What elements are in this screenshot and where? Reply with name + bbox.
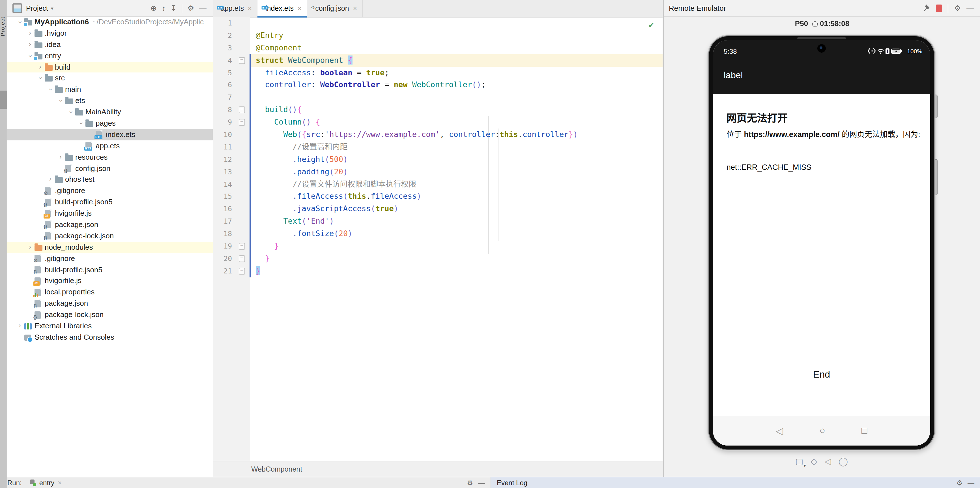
tree-item-package-lock-json[interactable]: ›{}package-lock.json	[7, 230, 213, 242]
tree-item-mainability[interactable]: ›MainAbility	[7, 107, 213, 118]
code-line-15[interactable]: 15 .fileAccess(this.fileAccess)	[213, 190, 663, 203]
breadcrumb-item[interactable]: WebComponent	[251, 465, 302, 473]
tree-toggle-icon[interactable]: ›	[45, 85, 56, 94]
code-line-4[interactable]: 4−struct WebComponent {	[213, 54, 663, 67]
gear-icon[interactable]: ⚙	[956, 479, 963, 487]
gear-icon[interactable]: ⚙	[954, 4, 961, 13]
tree-toggle-icon[interactable]: ›	[56, 152, 65, 163]
event-log-label[interactable]: Event Log	[497, 479, 527, 487]
fold-marker-icon[interactable]: −	[239, 107, 245, 113]
run-config-icon[interactable]	[30, 480, 37, 486]
code-line-16[interactable]: 16 .javaScriptAccess(true)	[213, 203, 663, 215]
locate-file-icon[interactable]: ⊕	[151, 4, 157, 13]
tree-item-package-lock-json[interactable]: ›{}package-lock.json	[7, 309, 213, 321]
code-line-12[interactable]: 12 .height(500)	[213, 153, 663, 166]
tab-close-icon[interactable]: ×	[248, 5, 252, 13]
tree-item-scratches-and-consoles[interactable]: ›Scratches and Consoles	[7, 332, 213, 343]
code-line-18[interactable]: 18 .fontSize(20)	[213, 228, 663, 240]
web-view[interactable]: 网页无法打开 位于 https://www.example.com/ 的网页无法…	[713, 94, 930, 445]
fold-marker-icon[interactable]: −	[239, 57, 245, 64]
tree-item-main[interactable]: ›main	[7, 84, 213, 96]
code-line-20[interactable]: 20− }	[213, 252, 663, 265]
code-line-21[interactable]: 21−}	[213, 265, 663, 277]
tree-toggle-icon[interactable]: ›	[25, 28, 35, 39]
tab-app-ets[interactable]: ETSapp.ets×	[213, 0, 258, 17]
tree-item-build[interactable]: ›build	[7, 61, 213, 73]
inspection-ok-icon[interactable]: ✔	[648, 21, 655, 29]
breadcrumb[interactable]: WebComponent	[213, 461, 663, 477]
tree-item-hvigorfile-js[interactable]: ›JShvigorfile.js	[7, 208, 213, 219]
phone-screen[interactable]: 5:38 !	[713, 40, 930, 445]
code-line-2[interactable]: 2@Entry	[213, 29, 663, 42]
fold-marker-icon[interactable]: −	[239, 255, 245, 262]
tree-toggle-icon[interactable]: ›	[46, 174, 55, 185]
project-panel-title[interactable]: Project	[26, 4, 48, 12]
tree-item-entry[interactable]: ›entry	[7, 50, 213, 61]
emulator-back-icon[interactable]: ◁	[824, 456, 831, 466]
run-config-name[interactable]: entry	[39, 479, 54, 487]
minimize-icon[interactable]: —	[966, 4, 974, 13]
code-line-6[interactable]: 6 controller: WebController = new WebCon…	[213, 79, 663, 91]
tree-item-local-properties[interactable]: ›local.properties	[7, 287, 213, 298]
tab-close-icon[interactable]: ×	[298, 5, 302, 13]
tree-toggle-icon[interactable]: ›	[25, 39, 35, 50]
screenshot-icon[interactable]: ▢▼	[795, 456, 803, 466]
tree-toggle-icon[interactable]: ›	[25, 242, 35, 253]
fold-marker-icon[interactable]: −	[239, 268, 245, 274]
tree-item-resources[interactable]: ›resources	[7, 152, 213, 163]
nav-recents-icon[interactable]: □	[861, 425, 867, 437]
tree-toggle-icon[interactable]: ›	[36, 61, 45, 73]
minimize-icon[interactable]: —	[478, 479, 485, 487]
tree-item--idea[interactable]: ›.idea	[7, 39, 213, 50]
tree-item-config-json[interactable]: ›{}config.json	[7, 163, 213, 174]
fold-marker-icon[interactable]: −	[239, 243, 245, 250]
code-line-11[interactable]: 11 //设置高和内距	[213, 141, 663, 153]
code-line-1[interactable]: 1	[213, 17, 663, 29]
nav-home-icon[interactable]: ○	[819, 425, 826, 437]
code-area[interactable]: 12@Entry3@Component4−struct WebComponent…	[213, 17, 663, 277]
tree-toggle-icon[interactable]: ›	[15, 321, 24, 332]
code-line-9[interactable]: 9− Column() {	[213, 116, 663, 129]
tree-item-node-modules[interactable]: ›node_modules	[7, 242, 213, 253]
emulator-home-icon[interactable]: ◯	[838, 456, 848, 466]
tree-item--hvigor[interactable]: ›.hvigor	[7, 28, 213, 39]
nav-back-icon[interactable]: ◁	[776, 425, 783, 437]
tree-toggle-icon[interactable]: ›	[35, 74, 46, 83]
code-line-14[interactable]: 14 //设置文件访问权限和脚本执行权限	[213, 178, 663, 190]
tree-item-index-ets[interactable]: ›ETSindex.ets	[7, 129, 213, 140]
tree-item--gitignore[interactable]: ›⊘.gitignore	[7, 253, 213, 264]
orientation-icon[interactable]: ◇	[811, 456, 817, 466]
stop-icon[interactable]	[936, 5, 942, 12]
code-line-17[interactable]: 17 Text('End')	[213, 215, 663, 228]
tree-item--gitignore[interactable]: ›⊘.gitignore	[7, 185, 213, 197]
minimize-icon[interactable]: —	[967, 479, 974, 487]
tab-close-icon[interactable]: ×	[353, 5, 357, 13]
gear-icon[interactable]: ⚙	[188, 4, 194, 13]
event-log-bar[interactable]: Event Log ⚙ —	[490, 477, 980, 488]
collapse-all-icon[interactable]: ↧	[170, 4, 177, 13]
code-line-10[interactable]: 10 Web({src:'https://www.example.com', c…	[213, 129, 663, 141]
tree-item-package-json[interactable]: ›{}package.json	[7, 298, 213, 309]
tree-toggle-icon[interactable]: ›	[65, 108, 76, 116]
tree-item-src[interactable]: ›src	[7, 73, 213, 84]
tree-item-ets[interactable]: ›ets	[7, 95, 213, 107]
code-line-7[interactable]: 7	[213, 91, 663, 104]
fold-marker-icon[interactable]: −	[239, 119, 245, 126]
tree-item-build-profile-json5[interactable]: ›{}build-profile.json5	[7, 197, 213, 208]
tree-item-app-ets[interactable]: ›ETSapp.ets	[7, 140, 213, 152]
tab-index-ets[interactable]: ETSindex.ets×	[258, 0, 307, 17]
tree-item-hvigorfile-js[interactable]: ›JShvigorfile.js	[7, 276, 213, 287]
code-line-19[interactable]: 19− }	[213, 240, 663, 252]
tree-item-ohostest[interactable]: ›ohosTest	[7, 174, 213, 185]
pin-icon[interactable]	[924, 5, 931, 12]
tree-item-build-profile-json5[interactable]: ›{}build-profile.json5	[7, 264, 213, 276]
code-line-8[interactable]: 8− build(){	[213, 104, 663, 116]
close-icon[interactable]: ×	[58, 479, 62, 487]
tree-item-myapplication6[interactable]: ›MyApplication6~/DevEcoStudioProjects/My…	[7, 16, 213, 28]
tab-config-json[interactable]: {}config.json×	[307, 0, 363, 17]
tool-window-stripe[interactable]: Project	[0, 0, 7, 488]
gear-icon[interactable]: ⚙	[467, 479, 473, 487]
expand-all-icon[interactable]: ↕	[162, 4, 165, 13]
code-line-5[interactable]: 5 fileAccess: boolean = true;	[213, 67, 663, 79]
code-line-3[interactable]: 3@Component	[213, 42, 663, 54]
